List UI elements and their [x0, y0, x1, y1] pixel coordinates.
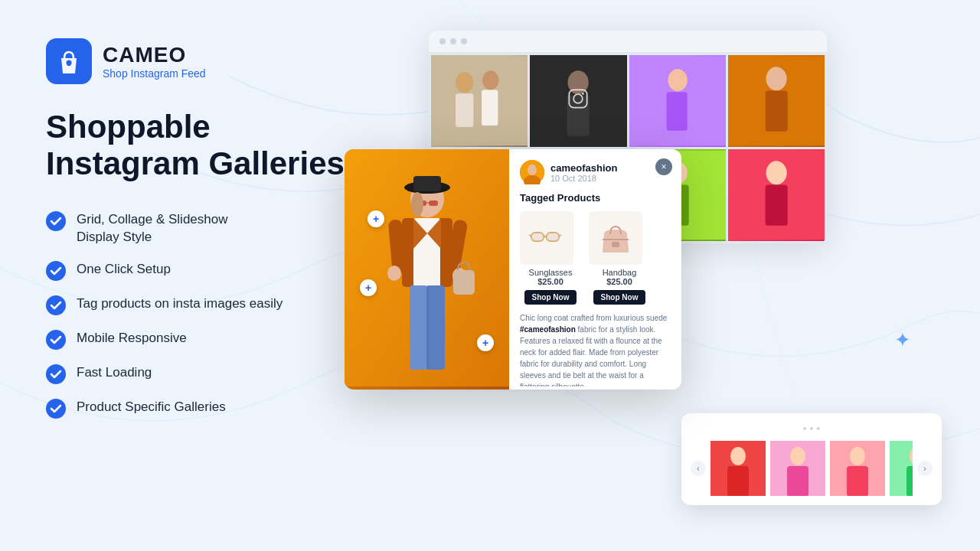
- feature-item: Mobile Responsive: [46, 329, 368, 350]
- svg-rect-77: [787, 466, 808, 496]
- feature-text: Tag products on insta images easily: [77, 295, 283, 313]
- svg-point-79: [850, 447, 865, 465]
- svg-rect-24: [765, 90, 787, 131]
- svg-rect-55: [410, 285, 428, 370]
- svg-point-52: [387, 266, 401, 281]
- browser-dot: [450, 38, 456, 44]
- cameo-logo-icon: [46, 38, 92, 84]
- feature-item: Grid, Collage & SlideshowDisplay Style: [46, 210, 368, 247]
- svg-point-20: [668, 69, 687, 91]
- right-panel: ✦ ✦ ✦: [368, 31, 934, 520]
- svg-point-7: [46, 399, 66, 419]
- svg-point-9: [456, 72, 473, 93]
- product-price: $25.00: [520, 277, 581, 286]
- feature-text: One Click Setup: [77, 260, 171, 279]
- shop-now-button[interactable]: Shop Now: [524, 290, 577, 305]
- product-image: [589, 211, 642, 265]
- logo-area: CAMEO Shop Instagram Feed: [46, 38, 368, 84]
- user-info: cameofashion 10 Oct 2018: [550, 162, 617, 183]
- grid-image: [728, 55, 825, 147]
- svg-point-11: [482, 70, 498, 90]
- product-modal: ×: [345, 149, 681, 390]
- product-card: Sunglasses $25.00 Shop Now: [520, 211, 581, 305]
- grid-image: [728, 149, 825, 241]
- svg-point-2: [46, 211, 66, 231]
- svg-rect-69: [612, 242, 619, 247]
- check-icon: [46, 261, 66, 281]
- svg-point-45: [411, 192, 423, 217]
- svg-rect-67: [547, 233, 559, 241]
- product-name: Handbag: [589, 268, 650, 277]
- svg-rect-80: [847, 466, 868, 496]
- browser-dot: [439, 38, 446, 44]
- check-icon: [46, 364, 66, 384]
- check-icon: [46, 295, 66, 315]
- left-panel: CAMEO Shop Instagram Feed Shoppable Inst…: [46, 31, 368, 419]
- svg-rect-16: [570, 90, 587, 107]
- feature-item: Product Specific Galleries: [46, 398, 368, 419]
- svg-rect-83: [906, 466, 913, 496]
- brand-name: CAMEO: [103, 43, 206, 67]
- instagram-icon: [567, 88, 589, 114]
- svg-rect-74: [727, 466, 749, 496]
- browser-dot: [461, 38, 467, 44]
- svg-rect-66: [531, 233, 544, 241]
- svg-rect-56: [426, 285, 445, 370]
- feature-text: Product Specific Galleries: [77, 398, 226, 416]
- slide-image: [890, 441, 913, 496]
- check-icon: [46, 399, 66, 419]
- svg-point-73: [730, 447, 746, 465]
- svg-point-76: [790, 447, 805, 465]
- check-icon: [46, 211, 66, 231]
- plus-tag-button[interactable]: +: [368, 210, 384, 227]
- svg-point-59: [528, 165, 537, 175]
- slide-images: [710, 441, 913, 496]
- svg-rect-36: [765, 184, 787, 225]
- slideshow-widget: • • • ‹: [681, 413, 942, 505]
- main-headline: Shoppable Instagram Galleries: [46, 109, 368, 183]
- feature-text: Fast Loading: [77, 364, 152, 382]
- feature-item: Tag products on insta images easily: [46, 295, 368, 315]
- svg-point-18: [582, 93, 584, 95]
- slide-prev-button[interactable]: ‹: [691, 461, 706, 476]
- slideshow-dots: • • •: [691, 422, 933, 435]
- svg-point-4: [46, 295, 66, 315]
- shop-now-button[interactable]: Shop Now: [593, 290, 646, 305]
- slide-image: [830, 441, 885, 496]
- modal-user: cameofashion 10 Oct 2018: [520, 160, 671, 184]
- svg-rect-21: [666, 92, 687, 131]
- feature-item: One Click Setup: [46, 260, 368, 281]
- slideshow-row: ‹: [691, 441, 933, 496]
- modal-info-panel: cameofashion 10 Oct 2018 Tagged Products: [509, 149, 681, 386]
- svg-rect-43: [429, 201, 438, 206]
- grid-image: [629, 55, 726, 147]
- svg-rect-41: [413, 176, 441, 191]
- product-image: [520, 211, 573, 265]
- close-button[interactable]: ×: [655, 158, 672, 175]
- svg-rect-10: [456, 93, 473, 127]
- grid-image: [431, 55, 528, 147]
- plus-tag-button[interactable]: +: [477, 334, 494, 351]
- product-price: $25.00: [589, 277, 650, 286]
- products-row: Sunglasses $25.00 Shop Now: [520, 211, 671, 305]
- svg-point-17: [574, 94, 583, 103]
- product-card: Handbag $25.00 Shop Now: [589, 211, 650, 305]
- plus-tag-button[interactable]: +: [360, 279, 377, 296]
- svg-rect-8: [431, 57, 528, 146]
- username: cameofashion: [550, 162, 617, 174]
- check-icon: [46, 330, 66, 350]
- svg-point-23: [766, 67, 786, 90]
- brand-subtitle: Shop Instagram Feed: [103, 67, 206, 80]
- svg-point-6: [46, 364, 66, 384]
- user-avatar: [520, 160, 544, 184]
- modal-fashion-image: + + +: [345, 149, 509, 390]
- slide-image: [710, 441, 766, 496]
- logo-text-block: CAMEO Shop Instagram Feed: [103, 43, 206, 80]
- feature-item: Fast Loading: [46, 364, 368, 384]
- slide-next-button[interactable]: ›: [917, 461, 933, 476]
- features-list: Grid, Collage & SlideshowDisplay Style O…: [46, 210, 368, 419]
- browser-bar: [429, 31, 827, 53]
- modal-body: + + +: [345, 149, 681, 390]
- svg-point-3: [46, 261, 66, 281]
- feature-text: Grid, Collage & SlideshowDisplay Style: [77, 210, 227, 247]
